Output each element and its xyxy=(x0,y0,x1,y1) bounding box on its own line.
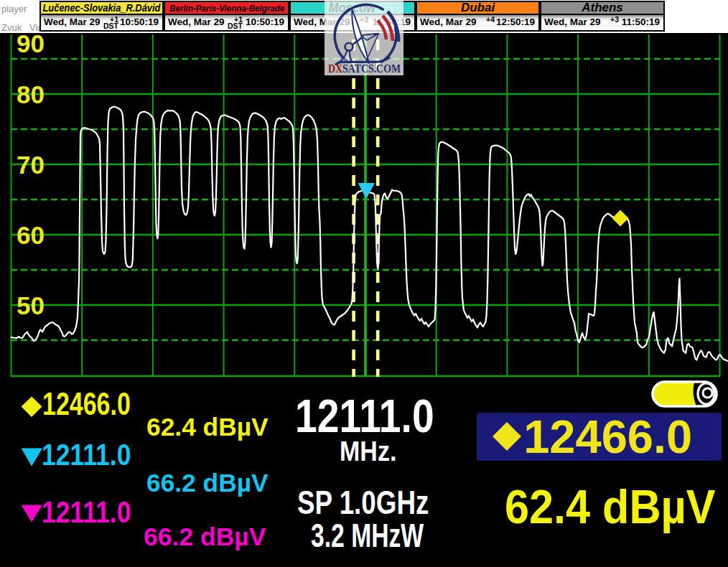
svg-text:60: 60 xyxy=(17,221,45,249)
svg-text:80: 80 xyxy=(17,80,45,108)
svg-text:70: 70 xyxy=(17,151,45,179)
svg-text:90: 90 xyxy=(17,33,45,57)
svg-text:DXSATCS.COM: DXSATCS.COM xyxy=(328,62,401,75)
svg-text:50: 50 xyxy=(17,291,45,319)
